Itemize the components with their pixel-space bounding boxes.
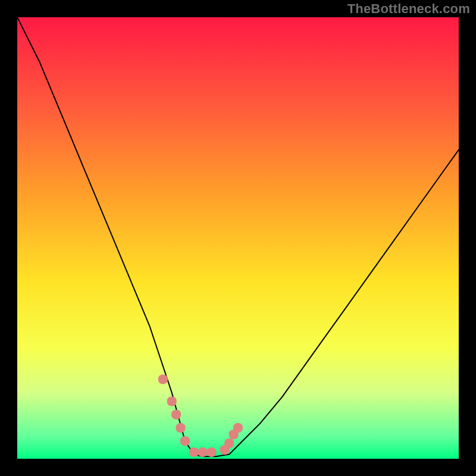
chart-container: TheBottleneck.com — [0, 0, 476, 476]
highlight-marker — [171, 410, 181, 419]
highlight-marker — [189, 447, 199, 457]
highlight-marker — [158, 374, 168, 384]
highlight-marker — [167, 397, 177, 406]
highlight-marker — [224, 439, 234, 448]
watermark: TheBottleneck.com — [347, 1, 470, 17]
highlight-marker — [207, 447, 217, 457]
highlight-markers — [158, 374, 243, 457]
highlight-marker — [180, 436, 190, 446]
highlight-marker — [176, 423, 186, 433]
highlight-marker — [198, 447, 208, 457]
highlight-marker — [233, 423, 243, 433]
plot-area — [17, 17, 459, 459]
bottleneck-curve — [17, 17, 459, 456]
chart-svg — [17, 17, 459, 459]
